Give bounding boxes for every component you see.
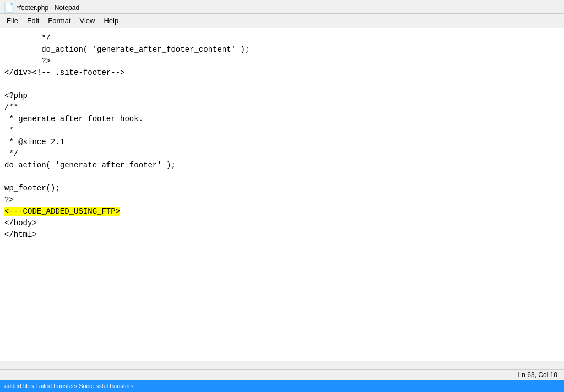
- code-line: </body>: [4, 219, 37, 227]
- code-line: /**: [4, 103, 18, 112]
- title-bar: 📄 *footer.php - Notepad: [0, 0, 564, 14]
- app-icon: 📄: [4, 3, 13, 12]
- cursor-position: Ln 63, Col 10: [518, 371, 557, 379]
- code-line: do_action( 'generate_after_footer_conten…: [4, 45, 250, 54]
- code-line: *: [4, 126, 14, 135]
- code-line: </html>: [4, 230, 37, 239]
- status-bar: Ln 63, Col 10: [0, 369, 564, 380]
- code-line: * generate_after_footer hook.: [4, 115, 143, 123]
- code-line: * @since 2.1: [4, 138, 64, 146]
- menu-help[interactable]: Help: [99, 15, 123, 26]
- code-line: ?>: [4, 57, 51, 66]
- menu-file[interactable]: File: [2, 15, 23, 26]
- code-line: <?php: [4, 91, 28, 100]
- menu-format[interactable]: Format: [44, 15, 75, 26]
- menu-view[interactable]: View: [75, 15, 100, 26]
- editor-area[interactable]: */ do_action( 'generate_after_footer_con…: [0, 28, 564, 361]
- menu-bar: File Edit Format View Help: [0, 14, 564, 28]
- code-line: wp_footer();: [4, 184, 60, 193]
- code-line: */: [4, 149, 18, 158]
- highlighted-code-line: <---CODE_ADDED_USING_FTP>: [4, 207, 120, 216]
- menu-edit[interactable]: Edit: [23, 15, 44, 26]
- code-content: */ do_action( 'generate_after_footer_con…: [4, 30, 560, 243]
- code-line: */: [4, 34, 51, 42]
- taskbar-hint: added files Failed transfers Successful …: [0, 380, 564, 392]
- window-title: *footer.php - Notepad: [17, 4, 79, 12]
- code-line: do_action( 'generate_after_footer' );: [4, 161, 176, 170]
- code-line: ?>: [4, 195, 14, 204]
- horizontal-scrollbar[interactable]: [0, 361, 564, 369]
- code-line: </div><!-- .site-footer-->: [4, 68, 124, 77]
- taskbar-hint-text: added files Failed transfers Successful …: [4, 383, 133, 389]
